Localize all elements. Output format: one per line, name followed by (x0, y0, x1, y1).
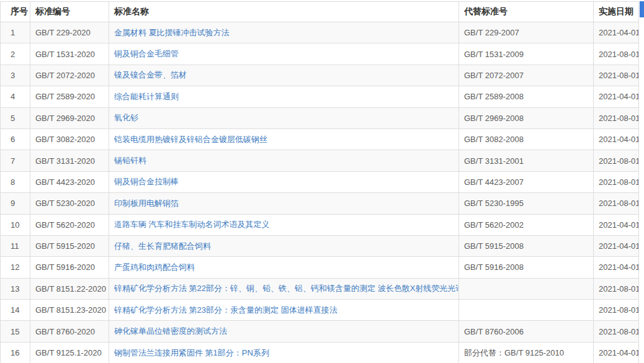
table-row: 16 GB/T 9125.1-2020 钢制管法兰连接用紧固件 第1部分：PN系… (1, 342, 639, 363)
table-row: 13 GB/T 8151.22-2020 锌精矿化学分析方法 第22部分：锌、铜… (1, 278, 639, 299)
cell-date: 2021-08-01 (594, 65, 639, 86)
cell-date: 2021-04-01 (594, 342, 639, 363)
cell-standard-name: 产蛋鸡和肉鸡配合饲料 (109, 257, 459, 278)
cell-standard-name: 氧化钐 (109, 107, 459, 128)
cell-date: 2021-04-01 (594, 257, 639, 278)
cell-date: 2021-04-01 (594, 128, 639, 150)
cell-date: 2021-08-01 (594, 193, 639, 214)
standard-name-link[interactable]: 铠装电缆用热镀锌及锌铝合金镀层低碳钢丝 (114, 135, 267, 144)
cell-standard-code: GB/T 5620-2020 (30, 214, 109, 235)
cell-replaced-code (459, 278, 594, 299)
table-row: 1 GB/T 229-2020 金属材料 夏比摆锤冲击试验方法 GB/T 229… (1, 22, 639, 43)
table-row: 10 GB/T 5620-2020 道路车辆 汽车和挂车制动名词术语及其定义 G… (1, 214, 639, 235)
cell-standard-code: GB/T 4423-2020 (30, 171, 109, 192)
cell-replaced-code: GB/T 5620-2002 (459, 214, 594, 235)
cell-seq: 12 (1, 257, 30, 278)
standard-name-link[interactable]: 锌精矿化学分析方法 第22部分：锌、铜、铅、铁、铝、钙和镁含量的测定 波长色散X… (114, 284, 459, 293)
cell-seq: 8 (1, 171, 30, 192)
table-row: 6 GB/T 3082-2020 铠装电缆用热镀锌及锌铝合金镀层低碳钢丝 GB/… (1, 128, 639, 150)
cell-seq: 14 (1, 300, 30, 321)
cell-standard-name: 铜及铜合金毛细管 (109, 43, 459, 65)
cell-date: 2021-08-01 (594, 300, 639, 321)
cell-standard-name: 砷化镓单晶位错密度的测试方法 (109, 321, 459, 342)
standard-name-link[interactable]: 金属材料 夏比摆锤冲击试验方法 (114, 28, 230, 37)
cell-date: 2021-04-01 (594, 22, 639, 43)
cell-standard-code: GB/T 3082-2020 (30, 128, 109, 150)
standard-name-link[interactable]: 印制板用电解铜箔 (114, 199, 179, 208)
table-row: 2 GB/T 1531-2020 铜及铜合金毛细管 GB/T 1531-2009… (1, 43, 639, 65)
cell-seq: 4 (1, 86, 30, 107)
cell-replaced-code (459, 300, 594, 321)
cell-standard-name: 道路车辆 汽车和挂车制动名词术语及其定义 (109, 214, 459, 235)
standard-name-link[interactable]: 砷化镓单晶位错密度的测试方法 (114, 326, 227, 336)
cell-date: 2021-08-01 (594, 150, 639, 171)
cell-seq: 5 (1, 107, 30, 128)
standard-name-link[interactable]: 铜及铜合金毛细管 (114, 49, 179, 58)
cell-standard-code: GB/T 5230-2020 (30, 193, 109, 214)
standards-table: 序号 标准编号 标准名称 代替标准号 实施日期 1 GB/T 229-2020 … (0, 1, 639, 363)
cell-date: 2021-08-01 (594, 321, 639, 342)
standard-name-link[interactable]: 仔猪、生长育肥猪配合饲料 (114, 241, 211, 251)
cell-seq: 15 (1, 321, 30, 342)
cell-date: 2021-04-01 (594, 86, 639, 107)
cell-date: 2021-04-01 (594, 235, 639, 256)
cell-standard-name: 锡铅钎料 (109, 150, 459, 171)
cell-seq: 9 (1, 193, 30, 214)
cell-standard-code: GB/T 2589-2020 (30, 86, 109, 107)
table-row: 12 GB/T 5916-2020 产蛋鸡和肉鸡配合饲料 GB/T 5916-2… (1, 257, 639, 278)
cell-standard-code: GB/T 8151.22-2020 (30, 278, 109, 299)
standard-name-link[interactable]: 铜及铜合金拉制棒 (114, 177, 179, 186)
standard-name-link[interactable]: 镍及镍合金带、箔材 (114, 70, 187, 79)
cell-standard-code: GB/T 3131-2020 (30, 150, 109, 171)
column-header-name: 标准名称 (109, 2, 459, 22)
standard-name-link[interactable]: 综合能耗计算通则 (114, 92, 179, 101)
table-row: 8 GB/T 4423-2020 铜及铜合金拉制棒 GB/T 4423-2007… (1, 171, 639, 192)
table-row: 15 GB/T 8760-2020 砷化镓单晶位错密度的测试方法 GB/T 87… (1, 321, 639, 342)
standard-name-link[interactable]: 锡铅钎料 (114, 156, 146, 165)
standard-name-link[interactable]: 锌精矿化学分析方法 第23部分：汞含量的测定 固体进样直接法 (114, 305, 338, 315)
table-row: 7 GB/T 3131-2020 锡铅钎料 GB/T 3131-2001 202… (1, 150, 639, 171)
cell-standard-name: 印制板用电解铜箔 (109, 193, 459, 214)
column-header-replaced: 代替标准号 (459, 2, 594, 22)
cell-replaced-code: GB/T 4423-2007 (459, 171, 594, 192)
cell-seq: 3 (1, 65, 30, 86)
standard-name-link[interactable]: 氧化钐 (114, 113, 138, 122)
cell-replaced-code: GB/T 3131-2001 (459, 150, 594, 171)
cell-seq: 13 (1, 278, 30, 299)
scrollbar-thumb[interactable] (640, 1, 644, 17)
cell-replaced-code: GB/T 8760-2006 (459, 321, 594, 342)
cell-seq: 10 (1, 214, 30, 235)
cell-standard-name: 镍及镍合金带、箔材 (109, 65, 459, 86)
cell-standard-code: GB/T 9125.1-2020 (30, 342, 109, 363)
table-row: 3 GB/T 2072-2020 镍及镍合金带、箔材 GB/T 2072-200… (1, 65, 639, 86)
cell-standard-name: 锌精矿化学分析方法 第22部分：锌、铜、铅、铁、铝、钙和镁含量的测定 波长色散X… (109, 278, 459, 299)
cell-standard-code: GB/T 5915-2020 (30, 235, 109, 256)
column-header-code: 标准编号 (30, 2, 109, 22)
cell-seq: 6 (1, 128, 30, 150)
cell-replaced-code: 部分代替：GB/T 9125-2010 (459, 342, 594, 363)
cell-date: 2021-08-01 (594, 278, 639, 299)
cell-standard-code: GB/T 2969-2020 (30, 107, 109, 128)
column-header-seq: 序号 (1, 2, 30, 22)
cell-replaced-code: GB/T 2072-2007 (459, 65, 594, 86)
cell-date: 2021-08-01 (594, 43, 639, 65)
cell-standard-name: 综合能耗计算通则 (109, 86, 459, 107)
cell-replaced-code: GB/T 2969-2008 (459, 107, 594, 128)
cell-replaced-code: GB/T 5916-2008 (459, 257, 594, 278)
table-header-row: 序号 标准编号 标准名称 代替标准号 实施日期 (1, 2, 639, 22)
cell-standard-code: GB/T 1531-2020 (30, 43, 109, 65)
table-row: 4 GB/T 2589-2020 综合能耗计算通则 GB/T 2589-2008… (1, 86, 639, 107)
standard-name-link[interactable]: 产蛋鸡和肉鸡配合饲料 (114, 262, 195, 272)
cell-date: 2021-04-01 (594, 214, 639, 235)
table-row: 9 GB/T 5230-2020 印制板用电解铜箔 GB/T 5230-1995… (1, 193, 639, 214)
cell-replaced-code: GB/T 1531-2009 (459, 43, 594, 65)
standard-name-link[interactable]: 道路车辆 汽车和挂车制动名词术语及其定义 (114, 220, 270, 229)
cell-standard-code: GB/T 2072-2020 (30, 65, 109, 86)
cell-standard-name: 金属材料 夏比摆锤冲击试验方法 (109, 22, 459, 43)
cell-standard-name: 锌精矿化学分析方法 第23部分：汞含量的测定 固体进样直接法 (109, 300, 459, 321)
standards-list-page: 序号 标准编号 标准名称 代替标准号 实施日期 1 GB/T 229-2020 … (0, 1, 644, 363)
cell-standard-code: GB/T 229-2020 (30, 22, 109, 43)
standard-name-link[interactable]: 钢制管法兰连接用紧固件 第1部分：PN系列 (114, 348, 269, 357)
cell-standard-name: 仔猪、生长育肥猪配合饲料 (109, 235, 459, 256)
cell-seq: 1 (1, 22, 30, 43)
